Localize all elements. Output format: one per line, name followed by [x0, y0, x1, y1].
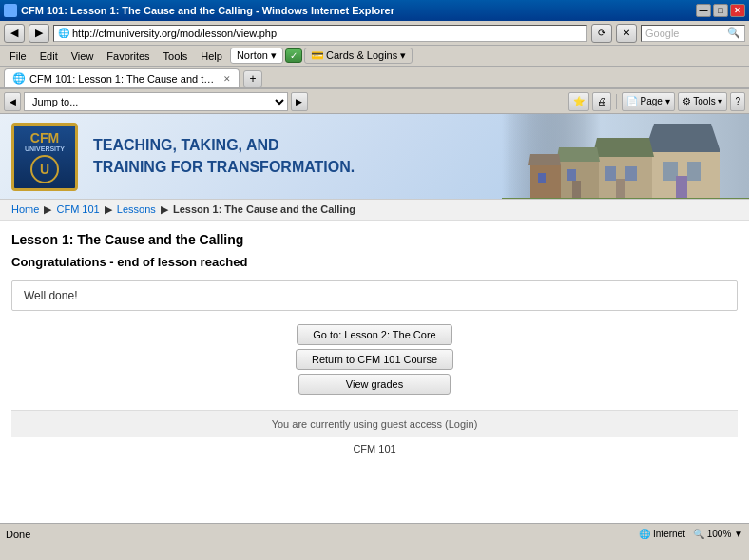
menu-file[interactable]: File [4, 48, 32, 64]
cards-logins-button[interactable]: 💳 Cards & Logins ▾ [304, 48, 413, 64]
tagline-line1: Teaching, Taking, and [93, 135, 355, 156]
house3-roof [556, 147, 600, 162]
globe-icon: 🌐 [639, 529, 650, 539]
menu-tools[interactable]: Tools [158, 48, 194, 64]
logo-university-text: UNIVERSITY [25, 145, 65, 152]
house2-roof [592, 138, 654, 157]
well-done-box: Well done! [11, 280, 738, 311]
action-buttons: Go to: Lesson 2: The Core Return to CFM … [11, 324, 738, 395]
tools-button[interactable]: ⚙ Tools ▾ [678, 92, 728, 111]
cfm-tagline: Teaching, Taking, and Training for Trans… [93, 135, 355, 178]
status-zoom: 🔍 100% ▼ [693, 529, 743, 539]
toolbar2: ◀ Jump to... ▶ ⭐ 🖨 📄 Page ▾ ⚙ Tools ▾ ? [0, 89, 749, 114]
search-icon[interactable]: 🔍 [727, 27, 740, 39]
house4-roof [528, 154, 561, 165]
check-icon: ✓ [290, 50, 298, 61]
back-button[interactable]: ◀ [4, 24, 25, 43]
jump-to-select[interactable]: Jump to... [24, 92, 288, 111]
zoom-arrow: ▼ [734, 529, 743, 539]
houses-svg [502, 114, 749, 199]
search-field[interactable]: Google 🔍 [641, 25, 745, 42]
banner-houses [502, 114, 749, 199]
favorites-button[interactable]: ⭐ [568, 92, 589, 111]
house1-window1 [663, 162, 678, 181]
url-text: http://cfmuniversity.org/mod/lesson/view… [72, 28, 277, 39]
menu-bar: File Edit View Favorites Tools Help Nort… [0, 46, 749, 67]
zoom-level: 100% [707, 529, 732, 539]
cfm-banner: CFM UNIVERSITY U Teaching, Taking, and T… [0, 114, 749, 200]
breadcrumb-home[interactable]: Home [11, 203, 39, 215]
tab-bar: 🌐 CFM 101: Lesson 1: The Cause and the C… [0, 67, 749, 89]
breadcrumb-current: Lesson 1: The Cause and the Calling [173, 203, 355, 215]
house1-window2 [687, 162, 701, 181]
norton-button[interactable]: Norton ▾ [230, 48, 283, 64]
tab-label: CFM 101: Lesson 1: The Cause and the Cal… [29, 73, 220, 85]
title-bar: CFM 101: Lesson 1: The Cause and the Cal… [0, 0, 749, 21]
norton-label: Norton ▾ [237, 49, 277, 62]
logo-emblem: U [30, 155, 59, 183]
address-field[interactable]: 🌐 http://cfmuniversity.org/mod/lesson/vi… [53, 25, 587, 42]
menu-edit[interactable]: Edit [34, 48, 64, 64]
maximize-button[interactable]: □ [713, 4, 728, 17]
minimize-button[interactable]: — [696, 4, 711, 17]
address-bar: ◀ ▶ 🌐 http://cfmuniversity.org/mod/lesso… [0, 21, 749, 46]
zoom-icon: 🔍 [693, 529, 704, 539]
status-zone: 🌐 Internet [639, 529, 685, 539]
status-bar: Done 🌐 Internet 🔍 100% ▼ [0, 523, 749, 544]
logo-cfm-text: CFM [30, 130, 59, 145]
refresh-button[interactable]: ⟳ [591, 24, 612, 43]
view-grades-button[interactable]: View grades [298, 374, 451, 395]
jump-right-button[interactable]: ▶ [291, 92, 308, 111]
print-button[interactable]: 🖨 [592, 92, 611, 111]
menu-view[interactable]: View [66, 48, 100, 64]
house3-door [572, 181, 581, 199]
goto-lesson2-button[interactable]: Go to: Lesson 2: The Core [297, 324, 451, 345]
breadcrumb-course[interactable]: CFM 101 [56, 203, 99, 215]
cfm-logo: CFM UNIVERSITY U [11, 123, 78, 191]
house3-window [567, 169, 576, 181]
stop-button[interactable]: ✕ [616, 24, 637, 43]
ground [502, 198, 749, 199]
tab-icon: 🌐 [12, 72, 26, 85]
zone-label: Internet [653, 529, 685, 539]
house4-window [538, 173, 546, 183]
search-placeholder: Google [645, 28, 679, 39]
house1-door [676, 176, 687, 199]
tab-close-button[interactable]: ✕ [223, 74, 231, 84]
house1-roof [644, 124, 720, 152]
cards-logins-label: Cards & Logins ▾ [326, 49, 406, 62]
forward-button[interactable]: ▶ [29, 24, 49, 43]
help-button[interactable]: ? [730, 92, 745, 111]
browser-tab-0[interactable]: 🌐 CFM 101: Lesson 1: The Cause and the C… [4, 68, 240, 87]
new-tab-button[interactable]: + [243, 70, 262, 87]
tagline-line2: Training for Transformation. [93, 157, 355, 178]
guest-message-bar: You are currently using guest access (Lo… [11, 410, 738, 437]
norton-check-button[interactable]: ✓ [285, 48, 302, 63]
breadcrumb-lessons[interactable]: Lessons [117, 203, 156, 215]
window-title: CFM 101: Lesson 1: The Cause and the Cal… [21, 5, 394, 16]
menu-favorites[interactable]: Favorites [101, 48, 155, 64]
close-button[interactable]: ✕ [730, 4, 745, 17]
lesson-title: Lesson 1: The Cause and the Calling [11, 232, 738, 247]
return-course-button[interactable]: Return to CFM 101 Course [296, 349, 453, 370]
browser-icon [4, 4, 17, 17]
browser-content: CFM UNIVERSITY U Teaching, Taking, and T… [0, 114, 749, 523]
menu-help[interactable]: Help [195, 48, 228, 64]
house2-window2 [625, 166, 637, 181]
jump-left-button[interactable]: ◀ [4, 92, 21, 111]
well-done-text: Well done! [24, 289, 77, 302]
house2-door [616, 179, 625, 199]
guest-message: You are currently using guest access (Lo… [272, 418, 478, 430]
lesson-subtitle: Congratulations - end of lesson reached [11, 255, 738, 269]
course-name: CFM 101 [11, 443, 738, 454]
page-content: Lesson 1: The Cause and the Calling Cong… [0, 221, 749, 466]
status-text: Done [6, 529, 30, 540]
page-button[interactable]: 📄 Page ▾ [622, 92, 675, 111]
nav-breadcrumb: Home ▶ CFM 101 ▶ Lessons ▶ Lesson 1: The… [0, 200, 749, 221]
house2-window1 [605, 166, 616, 181]
